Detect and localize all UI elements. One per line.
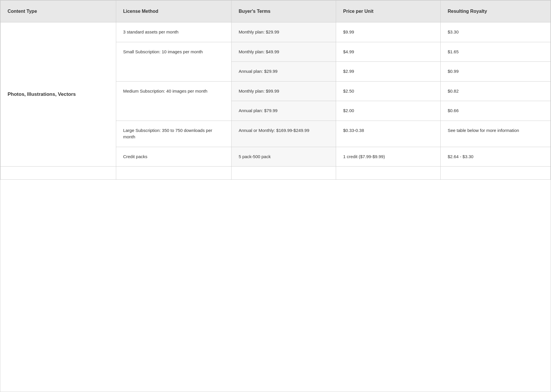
license-method-cell: Credit packs — [116, 147, 232, 167]
pricing-table: Content Type License Method Buyer's Term… — [0, 0, 551, 180]
price-per-unit-cell: $2.00 — [336, 101, 441, 121]
content-type-cell: Photos, Illustrations, Vectors — [1, 22, 116, 167]
resulting-royalty-cell: $0.66 — [441, 101, 551, 121]
buyers-terms-cell: Annual or Monthly: $169.99-$249.99 — [232, 121, 336, 147]
table-row: Photos, Illustrations, Vectors3 standard… — [1, 22, 551, 42]
header-content-type: Content Type — [1, 1, 116, 22]
table-row-empty — [1, 167, 551, 180]
license-method-cell: Small Subscription: 10 images per month — [116, 42, 232, 81]
buyers-terms-cell: Annual plan: $79.99 — [232, 101, 336, 121]
price-per-unit-cell: $4.99 — [336, 42, 441, 62]
buyers-terms-cell: Monthly plan: $49.99 — [232, 42, 336, 62]
price-per-unit-cell: $2.99 — [336, 62, 441, 82]
header-license-method: License Method — [116, 1, 232, 22]
license-method-cell: 3 standard assets per month — [116, 22, 232, 42]
license-method-cell: Large Subscription: 350 to 750 downloads… — [116, 121, 232, 147]
header-price-per-unit: Price per Unit — [336, 1, 441, 22]
header-buyers-terms: Buyer's Terms — [232, 1, 336, 22]
price-per-unit-cell: 1 credit ($7.99-$9.99) — [336, 147, 441, 167]
resulting-royalty-cell: $0.82 — [441, 81, 551, 101]
buyers-terms-cell: Annual plan: $29.99 — [232, 62, 336, 82]
buyers-terms-cell: 5 pack-500 pack — [232, 147, 336, 167]
buyers-terms-cell: Monthly plan: $99.99 — [232, 81, 336, 101]
resulting-royalty-cell: $1.65 — [441, 42, 551, 62]
resulting-royalty-cell: $0.99 — [441, 62, 551, 82]
license-method-cell: Medium Subscription: 40 images per month — [116, 81, 232, 121]
resulting-royalty-cell: $3.30 — [441, 22, 551, 42]
price-per-unit-cell: $2.50 — [336, 81, 441, 101]
buyers-terms-cell: Monthly plan: $29.99 — [232, 22, 336, 42]
table-header-row: Content Type License Method Buyer's Term… — [1, 1, 551, 22]
price-per-unit-cell: $0.33-0.38 — [336, 121, 441, 147]
header-resulting-royalty: Resulting Royalty — [441, 1, 551, 22]
pricing-table-container: Content Type License Method Buyer's Term… — [0, 0, 551, 392]
resulting-royalty-cell: $2.64 - $3.30 — [441, 147, 551, 167]
price-per-unit-cell: $9.99 — [336, 22, 441, 42]
resulting-royalty-cell: See table below for more information — [441, 121, 551, 147]
